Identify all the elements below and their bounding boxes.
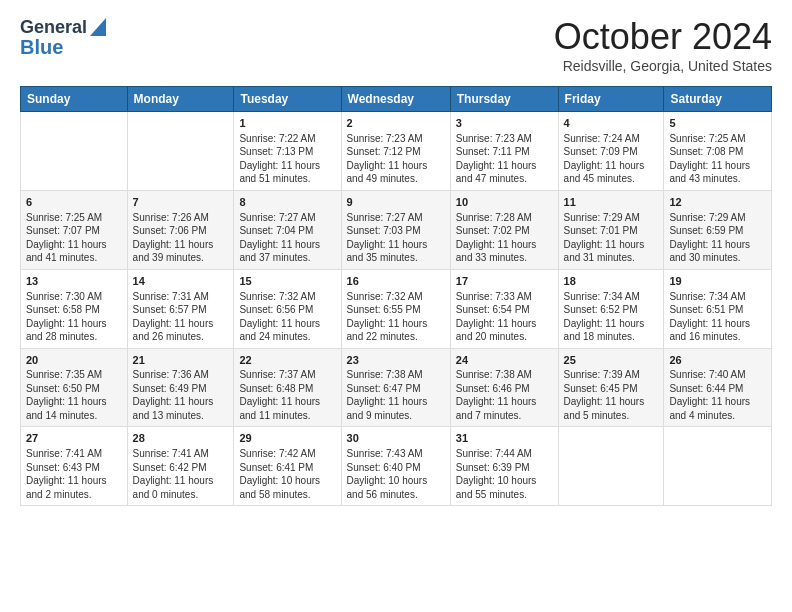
day-number: 12 xyxy=(669,195,766,210)
table-cell xyxy=(664,427,772,506)
sunrise-info: Sunrise: 7:27 AMSunset: 7:03 PMDaylight:… xyxy=(347,212,428,264)
sunrise-info: Sunrise: 7:34 AMSunset: 6:51 PMDaylight:… xyxy=(669,291,750,343)
day-number: 1 xyxy=(239,116,335,131)
sunrise-info: Sunrise: 7:23 AMSunset: 7:12 PMDaylight:… xyxy=(347,133,428,185)
page-header: General Blue October 2024 Reidsville, Ge… xyxy=(20,16,772,74)
day-number: 6 xyxy=(26,195,122,210)
header-thursday: Thursday xyxy=(450,87,558,112)
sunrise-info: Sunrise: 7:27 AMSunset: 7:04 PMDaylight:… xyxy=(239,212,320,264)
calendar-week-row: 1Sunrise: 7:22 AMSunset: 7:13 PMDaylight… xyxy=(21,112,772,191)
table-cell: 26Sunrise: 7:40 AMSunset: 6:44 PMDayligh… xyxy=(664,348,772,427)
table-cell: 2Sunrise: 7:23 AMSunset: 7:12 PMDaylight… xyxy=(341,112,450,191)
svg-marker-0 xyxy=(90,18,106,36)
header-monday: Monday xyxy=(127,87,234,112)
sunrise-info: Sunrise: 7:25 AMSunset: 7:08 PMDaylight:… xyxy=(669,133,750,185)
table-cell: 29Sunrise: 7:42 AMSunset: 6:41 PMDayligh… xyxy=(234,427,341,506)
sunrise-info: Sunrise: 7:26 AMSunset: 7:06 PMDaylight:… xyxy=(133,212,214,264)
table-cell: 3Sunrise: 7:23 AMSunset: 7:11 PMDaylight… xyxy=(450,112,558,191)
table-cell: 21Sunrise: 7:36 AMSunset: 6:49 PMDayligh… xyxy=(127,348,234,427)
day-number: 16 xyxy=(347,274,445,289)
day-number: 13 xyxy=(26,274,122,289)
day-number: 11 xyxy=(564,195,659,210)
table-cell: 22Sunrise: 7:37 AMSunset: 6:48 PMDayligh… xyxy=(234,348,341,427)
table-cell: 25Sunrise: 7:39 AMSunset: 6:45 PMDayligh… xyxy=(558,348,664,427)
table-cell: 17Sunrise: 7:33 AMSunset: 6:54 PMDayligh… xyxy=(450,269,558,348)
table-cell xyxy=(127,112,234,191)
location: Reidsville, Georgia, United States xyxy=(554,58,772,74)
header-wednesday: Wednesday xyxy=(341,87,450,112)
day-number: 15 xyxy=(239,274,335,289)
table-cell: 1Sunrise: 7:22 AMSunset: 7:13 PMDaylight… xyxy=(234,112,341,191)
day-number: 21 xyxy=(133,353,229,368)
page-container: General Blue October 2024 Reidsville, Ge… xyxy=(0,0,792,516)
sunrise-info: Sunrise: 7:32 AMSunset: 6:55 PMDaylight:… xyxy=(347,291,428,343)
sunrise-info: Sunrise: 7:43 AMSunset: 6:40 PMDaylight:… xyxy=(347,448,428,500)
logo: General Blue xyxy=(20,16,106,58)
sunrise-info: Sunrise: 7:34 AMSunset: 6:52 PMDaylight:… xyxy=(564,291,645,343)
sunrise-info: Sunrise: 7:28 AMSunset: 7:02 PMDaylight:… xyxy=(456,212,537,264)
day-number: 9 xyxy=(347,195,445,210)
logo-blue: Blue xyxy=(20,36,63,58)
table-cell: 13Sunrise: 7:30 AMSunset: 6:58 PMDayligh… xyxy=(21,269,128,348)
day-number: 23 xyxy=(347,353,445,368)
sunrise-info: Sunrise: 7:29 AMSunset: 6:59 PMDaylight:… xyxy=(669,212,750,264)
day-number: 10 xyxy=(456,195,553,210)
sunrise-info: Sunrise: 7:30 AMSunset: 6:58 PMDaylight:… xyxy=(26,291,107,343)
table-cell xyxy=(558,427,664,506)
sunrise-info: Sunrise: 7:38 AMSunset: 6:46 PMDaylight:… xyxy=(456,369,537,421)
day-number: 22 xyxy=(239,353,335,368)
sunrise-info: Sunrise: 7:38 AMSunset: 6:47 PMDaylight:… xyxy=(347,369,428,421)
table-cell: 31Sunrise: 7:44 AMSunset: 6:39 PMDayligh… xyxy=(450,427,558,506)
sunrise-info: Sunrise: 7:37 AMSunset: 6:48 PMDaylight:… xyxy=(239,369,320,421)
header-saturday: Saturday xyxy=(664,87,772,112)
day-number: 31 xyxy=(456,431,553,446)
table-cell: 12Sunrise: 7:29 AMSunset: 6:59 PMDayligh… xyxy=(664,190,772,269)
table-cell xyxy=(21,112,128,191)
sunrise-info: Sunrise: 7:35 AMSunset: 6:50 PMDaylight:… xyxy=(26,369,107,421)
header-friday: Friday xyxy=(558,87,664,112)
day-number: 28 xyxy=(133,431,229,446)
table-cell: 5Sunrise: 7:25 AMSunset: 7:08 PMDaylight… xyxy=(664,112,772,191)
day-number: 3 xyxy=(456,116,553,131)
sunrise-info: Sunrise: 7:29 AMSunset: 7:01 PMDaylight:… xyxy=(564,212,645,264)
calendar-table: Sunday Monday Tuesday Wednesday Thursday… xyxy=(20,86,772,506)
day-number: 29 xyxy=(239,431,335,446)
day-number: 20 xyxy=(26,353,122,368)
sunrise-info: Sunrise: 7:23 AMSunset: 7:11 PMDaylight:… xyxy=(456,133,537,185)
day-number: 17 xyxy=(456,274,553,289)
table-cell: 28Sunrise: 7:41 AMSunset: 6:42 PMDayligh… xyxy=(127,427,234,506)
sunrise-info: Sunrise: 7:32 AMSunset: 6:56 PMDaylight:… xyxy=(239,291,320,343)
sunrise-info: Sunrise: 7:39 AMSunset: 6:45 PMDaylight:… xyxy=(564,369,645,421)
table-cell: 10Sunrise: 7:28 AMSunset: 7:02 PMDayligh… xyxy=(450,190,558,269)
day-number: 8 xyxy=(239,195,335,210)
table-cell: 27Sunrise: 7:41 AMSunset: 6:43 PMDayligh… xyxy=(21,427,128,506)
day-number: 30 xyxy=(347,431,445,446)
sunrise-info: Sunrise: 7:31 AMSunset: 6:57 PMDaylight:… xyxy=(133,291,214,343)
sunrise-info: Sunrise: 7:24 AMSunset: 7:09 PMDaylight:… xyxy=(564,133,645,185)
calendar-header-row: Sunday Monday Tuesday Wednesday Thursday… xyxy=(21,87,772,112)
table-cell: 16Sunrise: 7:32 AMSunset: 6:55 PMDayligh… xyxy=(341,269,450,348)
logo-triangle-icon xyxy=(90,18,106,40)
table-cell: 24Sunrise: 7:38 AMSunset: 6:46 PMDayligh… xyxy=(450,348,558,427)
sunrise-info: Sunrise: 7:36 AMSunset: 6:49 PMDaylight:… xyxy=(133,369,214,421)
sunrise-info: Sunrise: 7:22 AMSunset: 7:13 PMDaylight:… xyxy=(239,133,320,185)
sunrise-info: Sunrise: 7:40 AMSunset: 6:44 PMDaylight:… xyxy=(669,369,750,421)
day-number: 19 xyxy=(669,274,766,289)
sunrise-info: Sunrise: 7:33 AMSunset: 6:54 PMDaylight:… xyxy=(456,291,537,343)
month-title: October 2024 xyxy=(554,16,772,58)
table-cell: 7Sunrise: 7:26 AMSunset: 7:06 PMDaylight… xyxy=(127,190,234,269)
day-number: 18 xyxy=(564,274,659,289)
logo-general: General xyxy=(20,18,87,38)
sunrise-info: Sunrise: 7:41 AMSunset: 6:42 PMDaylight:… xyxy=(133,448,214,500)
sunrise-info: Sunrise: 7:44 AMSunset: 6:39 PMDaylight:… xyxy=(456,448,537,500)
calendar-week-row: 13Sunrise: 7:30 AMSunset: 6:58 PMDayligh… xyxy=(21,269,772,348)
table-cell: 18Sunrise: 7:34 AMSunset: 6:52 PMDayligh… xyxy=(558,269,664,348)
day-number: 25 xyxy=(564,353,659,368)
header-sunday: Sunday xyxy=(21,87,128,112)
table-cell: 11Sunrise: 7:29 AMSunset: 7:01 PMDayligh… xyxy=(558,190,664,269)
calendar-week-row: 6Sunrise: 7:25 AMSunset: 7:07 PMDaylight… xyxy=(21,190,772,269)
table-cell: 8Sunrise: 7:27 AMSunset: 7:04 PMDaylight… xyxy=(234,190,341,269)
day-number: 7 xyxy=(133,195,229,210)
calendar-week-row: 27Sunrise: 7:41 AMSunset: 6:43 PMDayligh… xyxy=(21,427,772,506)
table-cell: 4Sunrise: 7:24 AMSunset: 7:09 PMDaylight… xyxy=(558,112,664,191)
